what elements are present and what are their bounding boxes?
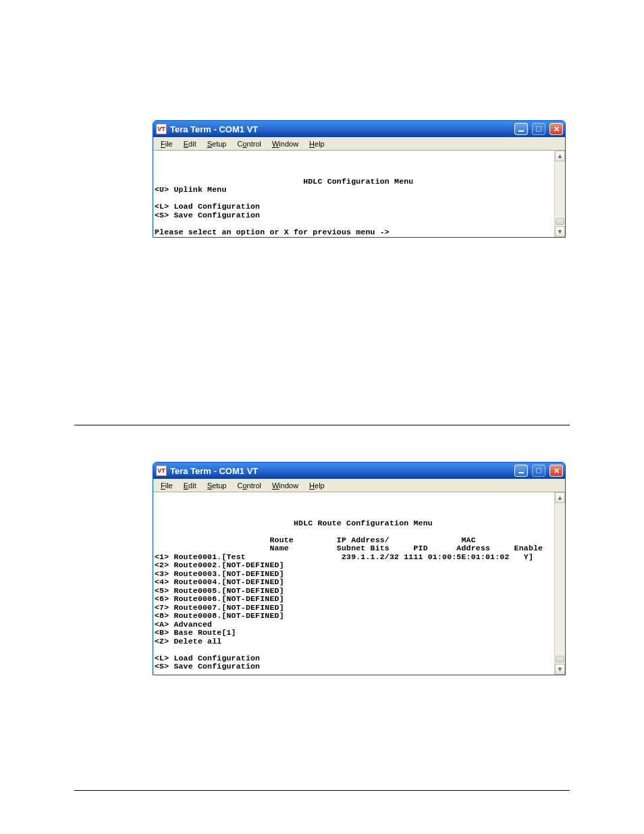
menubar: File Edit Setup Control Window Help <box>153 479 565 492</box>
menu-window[interactable]: Window <box>267 481 303 490</box>
menu-label: indow <box>279 140 298 148</box>
menu-setup[interactable]: Setup <box>203 481 232 490</box>
terminal-window-1: VT Tera Term - COM1 VT File Edit Setup C… <box>153 120 566 238</box>
scroll-up-button[interactable]: ▲ <box>555 151 565 161</box>
menu-label: ntrol <box>247 481 261 490</box>
menu-control[interactable]: Control <box>232 481 265 490</box>
menubar: File Edit Setup Control Window Help <box>153 137 565 151</box>
menu-label: ntrol <box>247 140 261 148</box>
client-area: HDLC Configuration Menu <U> Uplink Menu … <box>153 151 565 237</box>
menu-label: etup <box>212 140 226 148</box>
menu-label: elp <box>315 140 325 148</box>
maximize-button[interactable] <box>532 123 545 135</box>
menu-label: indow <box>279 481 298 490</box>
page-divider <box>74 425 570 425</box>
window-title: Tera Term - COM1 VT <box>170 466 510 476</box>
menu-setup[interactable]: Setup <box>203 139 232 149</box>
scroll-up-button[interactable]: ▲ <box>555 492 565 503</box>
menu-label: ile <box>165 481 173 490</box>
menu-label: dit <box>188 481 196 490</box>
titlebar[interactable]: VT Tera Term - COM1 VT <box>153 463 565 479</box>
close-button[interactable] <box>549 123 563 135</box>
app-icon: VT <box>156 124 167 134</box>
maximize-button[interactable] <box>532 465 545 477</box>
menu-file[interactable]: File <box>156 139 178 149</box>
vertical-scrollbar[interactable]: ▲ ▼ <box>554 151 565 237</box>
menu-file[interactable]: File <box>156 481 178 490</box>
client-area: HDLC Route Configuration Menu Route IP A… <box>153 492 565 675</box>
menu-control[interactable]: Control <box>232 139 265 149</box>
scroll-track[interactable] <box>555 161 565 226</box>
terminal-output[interactable]: HDLC Configuration Menu <U> Uplink Menu … <box>153 151 554 237</box>
app-icon: VT <box>156 465 167 476</box>
menu-label: dit <box>188 140 196 148</box>
vertical-scrollbar[interactable]: ▲ ▼ <box>554 492 565 675</box>
titlebar[interactable]: VT Tera Term - COM1 VT <box>153 121 565 137</box>
terminal-window-2: VT Tera Term - COM1 VT File Edit Setup C… <box>153 462 566 675</box>
menu-label: elp <box>315 481 325 490</box>
window-title: Tera Term - COM1 VT <box>170 124 510 134</box>
scroll-down-button[interactable]: ▼ <box>555 226 565 237</box>
menu-label: ile <box>165 140 173 148</box>
menu-edit[interactable]: Edit <box>179 481 201 490</box>
menu-window[interactable]: Window <box>267 139 303 149</box>
close-button[interactable] <box>549 465 563 477</box>
scroll-track[interactable] <box>555 503 565 664</box>
page-divider <box>74 790 570 791</box>
minimize-button[interactable] <box>514 465 528 477</box>
menu-help[interactable]: Help <box>304 139 329 149</box>
menu-label: etup <box>212 481 226 490</box>
scroll-thumb[interactable] <box>556 656 564 662</box>
minimize-button[interactable] <box>514 123 528 135</box>
scroll-down-button[interactable]: ▼ <box>555 664 565 675</box>
terminal-output[interactable]: HDLC Route Configuration Menu Route IP A… <box>153 492 554 675</box>
menu-help[interactable]: Help <box>304 481 329 490</box>
menu-edit[interactable]: Edit <box>179 139 201 149</box>
scroll-thumb[interactable] <box>556 218 564 225</box>
